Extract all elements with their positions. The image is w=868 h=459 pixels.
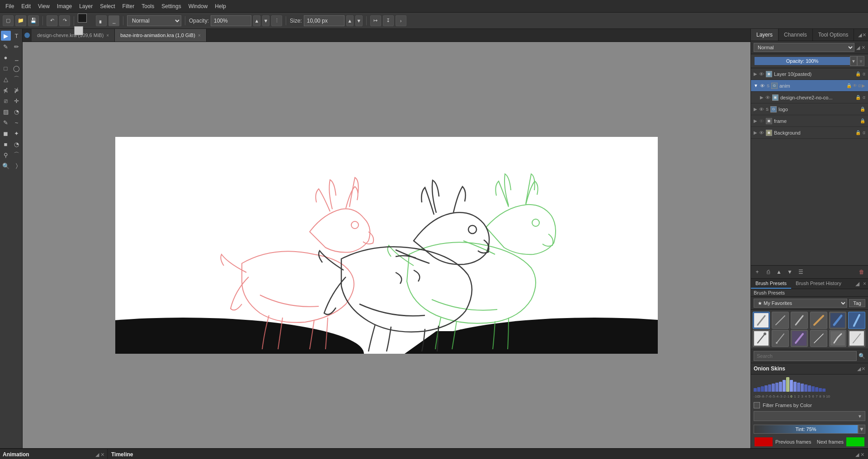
gradient-btn[interactable]: ⎯ (108, 15, 119, 26)
brush-item-1[interactable] (753, 312, 770, 329)
blend-mode-select[interactable]: Normal (127, 15, 181, 26)
layer-alpha-0[interactable]: α (863, 71, 865, 76)
lasso-tool[interactable]: ⌒ (12, 150, 22, 160)
layer-expand-1[interactable]: ▼ (754, 83, 758, 88)
line-tool[interactable]: ⎯ (12, 52, 22, 62)
tab-design-chevre-close[interactable]: × (106, 33, 109, 38)
move-layer-up-btn[interactable]: ▲ (774, 267, 783, 276)
anim-close-btn[interactable]: × (101, 451, 104, 458)
layer-vis-1[interactable]: 👁 (760, 83, 765, 89)
layer-alpha-5[interactable]: α (863, 130, 865, 135)
extra-btn[interactable]: › (396, 15, 406, 26)
size-up-btn[interactable]: ▲ (346, 15, 354, 26)
brush-item-11[interactable] (829, 330, 846, 347)
opacity-display[interactable]: Opacity: 100% (755, 57, 850, 65)
layer-vis-icon-1[interactable]: 👁 (853, 83, 857, 88)
brush-tab-history[interactable]: Brush Preset History (791, 279, 846, 289)
panel-tab-tool-options[interactable]: Tool Options (813, 29, 854, 41)
brush-item-6[interactable] (848, 312, 865, 329)
menu-file[interactable]: File (2, 2, 18, 10)
menu-filter[interactable]: Filter (119, 2, 138, 10)
layer-expand-5[interactable]: ▶ (754, 130, 757, 135)
redo-btn[interactable]: ↷ (59, 15, 70, 26)
brush-item-8[interactable] (772, 330, 789, 347)
tag-button[interactable]: Tag (849, 299, 865, 307)
anim-float-btn[interactable]: ◢ (95, 452, 99, 458)
layer-lock-1[interactable]: 🔒 (846, 83, 852, 88)
fill-tool[interactable]: ◼ (1, 128, 11, 138)
brush-panel-close-btn[interactable]: × (861, 279, 868, 289)
move-layer-down-btn[interactable]: ▼ (785, 267, 794, 276)
layer-alpha-2[interactable]: α (863, 95, 865, 100)
bezier-tool[interactable]: ⚲ (1, 150, 11, 160)
layer-row-2[interactable]: ▶ 👁 ▣ design-chevre2-no-co... 🔒 α (751, 92, 868, 103)
layer-vis-4[interactable]: 👁 (759, 118, 764, 124)
freehand-sel-tool[interactable]: ⌒ (12, 74, 22, 84)
select-shape-tool[interactable]: ▶ (1, 31, 11, 41)
panel-close-btn[interactable]: × (863, 31, 866, 38)
menu-select[interactable]: Select (96, 2, 118, 10)
layer-anim-1[interactable]: ▶ (862, 83, 865, 88)
opacity-up-btn[interactable]: ▲ (253, 15, 260, 26)
mirror-h-btn[interactable]: ↦ (370, 15, 381, 26)
onion-close-btn[interactable]: × (862, 365, 865, 372)
layer-properties-btn[interactable]: ☰ (796, 267, 805, 276)
color-pair[interactable] (78, 14, 92, 28)
prev-frames-color[interactable] (755, 437, 773, 446)
open-btn[interactable]: 📁 (15, 15, 26, 26)
panel-tab-layers[interactable]: Layers (751, 29, 778, 41)
canvas-scroll[interactable] (23, 42, 750, 448)
layer-alpha-1[interactable]: α (858, 83, 861, 88)
menu-settings[interactable]: Settings (158, 2, 184, 10)
brush-item-9[interactable] (791, 330, 808, 347)
layer-vis-0[interactable]: 👁 (759, 71, 764, 77)
similar-sel-tool[interactable]: ⋡ (12, 85, 22, 95)
timeline-close-btn[interactable]: × (861, 451, 864, 458)
brush-item-5[interactable] (829, 312, 846, 329)
tab-baze-animation-close[interactable]: × (198, 33, 201, 38)
save-btn[interactable]: 💾 (28, 15, 39, 26)
brush-tool[interactable]: ● (1, 52, 11, 62)
new-document-btn[interactable]: ▢ (3, 15, 14, 26)
layer-lock-5[interactable]: 🔒 (855, 130, 861, 135)
panel-tab-channels[interactable]: Channels (778, 29, 813, 41)
foreground-color[interactable] (78, 14, 87, 23)
menu-tools[interactable]: Tools (138, 2, 158, 10)
rect-tool[interactable]: □ (1, 63, 11, 73)
layer-lock-4[interactable]: 🔒 (860, 118, 865, 123)
contiguous-sel-tool[interactable]: ⋠ (1, 85, 11, 95)
zoom-tool[interactable]: 🔍 (1, 161, 11, 171)
layer-row-5[interactable]: ▶ 👁 ▣ Background 🔒 α (751, 127, 868, 139)
layer-row-4[interactable]: ▶ 👁 ▣ frame 🔒 (751, 115, 868, 127)
mirror-v-btn[interactable]: ↧ (383, 15, 394, 26)
gradient-tool[interactable]: ▨ (1, 107, 11, 117)
layer-expand-2[interactable]: ▶ (760, 95, 764, 100)
layer-vis-5[interactable]: 👁 (759, 130, 764, 136)
canvas-content[interactable] (115, 137, 658, 354)
menu-edit[interactable]: Edit (18, 2, 34, 10)
size-down-btn[interactable]: ▼ (355, 15, 363, 26)
brush-search-input[interactable] (754, 351, 857, 361)
menu-window[interactable]: Window (185, 2, 212, 10)
layer-vis-3[interactable]: 👁 (759, 107, 764, 112)
brush-item-3[interactable] (791, 312, 808, 329)
brush-item-2[interactable] (772, 312, 789, 329)
menu-view[interactable]: View (34, 2, 53, 10)
pen-tool[interactable]: ✎ (1, 117, 11, 127)
onion-float-btn[interactable]: ◢ (857, 366, 861, 372)
tab-baze-animation[interactable]: baze-intro-animation.kra (1,0 GiB) × (115, 29, 207, 42)
layer-vis-2[interactable]: 👁 (765, 95, 770, 100)
layer-lock-0[interactable]: 🔒 (855, 71, 861, 76)
layer-lock-2[interactable]: 🔒 (855, 95, 861, 100)
text-tool[interactable]: T (12, 31, 22, 41)
brush-item-10[interactable] (810, 330, 827, 347)
layer-row-3[interactable]: ▶ 👁 S G logo 🔒 (751, 103, 868, 115)
opacity-extra-btn[interactable]: ⋮ (271, 15, 282, 26)
menu-help[interactable]: Help (211, 2, 230, 10)
opacity-input[interactable] (211, 15, 251, 26)
brush-item-4[interactable] (810, 312, 827, 329)
dynamic-brush[interactable]: ~ (12, 117, 22, 127)
krita-icon[interactable] (23, 29, 32, 42)
next-frames-color[interactable] (846, 437, 864, 446)
opacity-down-btn[interactable]: ▼ (262, 15, 269, 26)
